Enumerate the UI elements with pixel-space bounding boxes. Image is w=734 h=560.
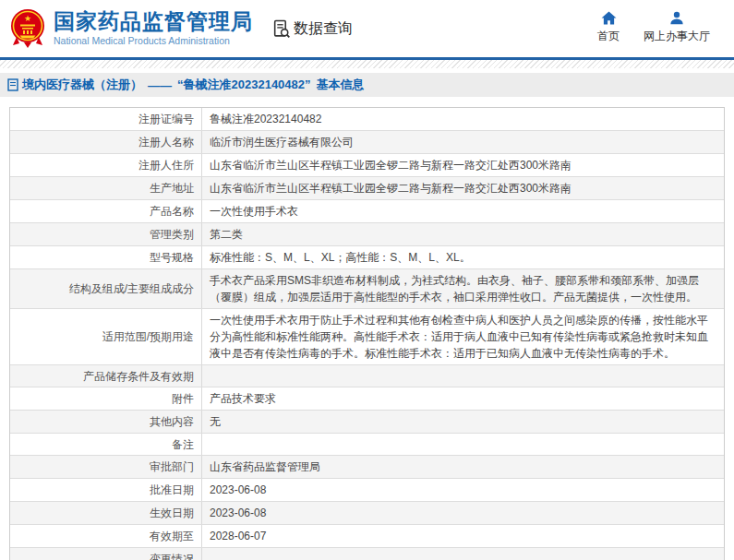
row-value: 手术衣产品采用SMS非织造布材料制成，为袿式结构。由衣身、袖子、腰部系带和颈部系… <box>202 269 724 308</box>
table-row: 注册人住所山东省临沂市兰山区半程镇工业园全锣二路与新程一路交汇处西300米路南 <box>10 154 724 177</box>
table-row: 生效日期2023-06-08 <box>10 502 724 525</box>
info-table: 注册证编号鲁械注准20232140482注册人名称临沂市润生医疗器械有限公司注册… <box>9 107 725 560</box>
table-row: 审批部门山东省药品监督管理局 <box>10 456 724 479</box>
table-row: 生产地址山东省临沂市兰山区半程镇工业园全锣二路与新程一路交汇处西300米路南 <box>10 177 724 200</box>
table-row: 产品储存条件及有效期 <box>10 365 724 387</box>
header-nav: 首页 网上办事大厅 <box>597 11 710 44</box>
nav-item-service-hall[interactable]: 网上办事大厅 <box>644 11 710 44</box>
row-value-text: 2023-06-08 <box>210 482 266 498</box>
row-value-text: 山东省临沂市兰山区半程镇工业园全锣二路与新程一路交汇处西300米路南 <box>210 157 572 173</box>
svg-text:★: ★ <box>24 14 31 23</box>
row-label: 生效日期 <box>10 502 202 524</box>
row-label: 其他内容 <box>10 411 202 433</box>
data-query-icon <box>271 19 291 39</box>
row-value-text: 一次性使用手术衣用于防止手术过程和其他有创检查中病人和医护人员之间感染原的传播，… <box>210 312 716 362</box>
row-label-text: 有效期至 <box>150 529 194 543</box>
row-label-text: 生效日期 <box>150 506 194 520</box>
row-value: 产品技术要求 <box>202 387 724 410</box>
row-value: 一次性使用手术衣用于防止手术过程和其他有创检查中病人和医护人员之间感染原的传播，… <box>202 309 724 364</box>
row-label-text: 管理类别 <box>150 227 194 242</box>
row-value-text: 标准性能：S、M、L、XL；高性能：S、M、L、XL。 <box>210 249 471 266</box>
row-value: 无 <box>202 411 724 433</box>
row-label-text: 备注 <box>172 437 194 452</box>
row-value <box>202 548 724 560</box>
row-value: 标准性能：S、M、L、XL；高性能：S、M、L、XL。 <box>202 246 724 268</box>
row-value: 2023-06-08 <box>202 502 724 524</box>
breadcrumb-suffix: 基本信息 <box>317 77 365 93</box>
row-label: 型号规格 <box>10 246 202 268</box>
table-row: 产品名称一次性使用手术衣 <box>10 200 724 223</box>
row-label: 管理类别 <box>10 223 202 245</box>
site-logo: ★ 国家药品监督管理局 National Medical Products Ad… <box>9 8 253 49</box>
row-value: 第二类 <box>202 223 724 245</box>
row-label: 结构及组成/主要组成成分 <box>10 269 202 308</box>
row-label: 注册人住所 <box>10 154 202 176</box>
row-label-text: 适用范围/预期用途 <box>102 329 194 344</box>
row-label-text: 注册证编号 <box>138 112 194 126</box>
row-label-text: 产品名称 <box>150 204 194 219</box>
row-label: 生产地址 <box>10 177 202 199</box>
row-value-text: 山东省临沂市兰山区半程镇工业园全锣二路与新程一路交汇处西300米路南 <box>210 180 572 197</box>
table-row: 注册人名称临沂市润生医疗器械有限公司 <box>10 131 724 154</box>
row-value <box>202 434 724 455</box>
row-label-text: 生产地址 <box>150 181 194 196</box>
breadcrumb-separator: —— <box>148 78 172 92</box>
table-row: 管理类别第二类 <box>10 223 724 246</box>
table-row: 有效期至2028-06-07 <box>10 525 724 548</box>
row-value-text: 临沂市润生医疗器械有限公司 <box>210 134 354 150</box>
table-row: 结构及组成/主要组成成分手术衣产品采用SMS非织造布材料制成，为袿式结构。由衣身… <box>10 269 724 309</box>
org-name-en: National Medical Products Administration <box>54 36 253 47</box>
data-query-label: 数据查询 <box>294 19 353 39</box>
row-value-text: 山东省药品监督管理局 <box>210 459 320 475</box>
row-label-text: 批准日期 <box>150 483 194 497</box>
row-value-text: 鲁械注准20232140482 <box>210 111 321 127</box>
org-name-cn: 国家药品监督管理局 <box>54 10 253 33</box>
row-value: 一次性使用手术衣 <box>202 200 724 222</box>
table-row: 附件产品技术要求 <box>10 387 724 411</box>
table-row: 备注 <box>10 434 724 456</box>
breadcrumb: 境内医疗器械（注册） —— “鲁械注准20232140482” 基本信息 <box>0 73 734 97</box>
row-value-text: 手术衣产品采用SMS非织造布材料制成，为袿式结构。由衣身、袖子、腰部系带和颈部系… <box>210 272 716 305</box>
row-value-text: 2028-06-07 <box>210 528 266 544</box>
row-label: 附件 <box>10 387 202 410</box>
nav-hall-label: 网上办事大厅 <box>644 29 710 44</box>
row-value-text: 产品技术要求 <box>210 390 276 407</box>
document-icon <box>7 78 18 91</box>
nav-item-home[interactable]: 首页 <box>597 11 620 44</box>
row-value: 临沂市润生医疗器械有限公司 <box>202 131 724 153</box>
table-row: 型号规格标准性能：S、M、L、XL；高性能：S、M、L、XL。 <box>10 246 724 269</box>
row-label-text: 注册人住所 <box>138 158 194 173</box>
row-value-text: 2023-06-08 <box>210 505 266 521</box>
row-value: 2028-06-07 <box>202 525 724 547</box>
row-label: 有效期至 <box>10 525 202 547</box>
row-label-text: 审批部门 <box>150 459 194 474</box>
table-row: 注册证编号鲁械注准20232140482 <box>10 108 724 131</box>
row-label-text: 附件 <box>172 391 194 406</box>
table-row: 其他内容无 <box>10 411 724 434</box>
row-label: 产品储存条件及有效期 <box>10 365 202 387</box>
row-label-text: 型号规格 <box>150 250 194 265</box>
row-value-text: 一次性使用手术衣 <box>210 203 298 220</box>
table-row: 适用范围/预期用途一次性使用手术衣用于防止手术过程和其他有创检查中病人和医护人员… <box>10 309 724 365</box>
row-value: 鲁械注准20232140482 <box>202 108 724 130</box>
row-label: 审批部门 <box>10 456 202 478</box>
row-value-text: 第二类 <box>210 226 243 243</box>
row-value: 2023-06-08 <box>202 479 724 501</box>
row-label: 备注 <box>10 434 202 455</box>
row-label: 注册证编号 <box>10 108 202 130</box>
nav-home-label: 首页 <box>597 29 620 44</box>
row-value <box>202 365 724 387</box>
row-label: 批准日期 <box>10 479 202 501</box>
row-label: 适用范围/预期用途 <box>10 309 202 364</box>
breadcrumb-record-title: “鲁械注准20232140482” <box>177 77 311 93</box>
person-icon <box>669 11 684 25</box>
row-label-text: 注册人名称 <box>138 135 194 149</box>
row-label: 注册人名称 <box>10 131 202 153</box>
home-icon <box>601 11 617 25</box>
row-label-text: 产品储存条件及有效期 <box>83 369 194 384</box>
row-label: 产品名称 <box>10 200 202 222</box>
row-label-text: 变更情况 <box>150 552 194 560</box>
data-query-section[interactable]: 数据查询 <box>271 19 353 39</box>
table-row: 变更情况 <box>10 548 724 560</box>
row-value: 山东省药品监督管理局 <box>202 456 724 478</box>
